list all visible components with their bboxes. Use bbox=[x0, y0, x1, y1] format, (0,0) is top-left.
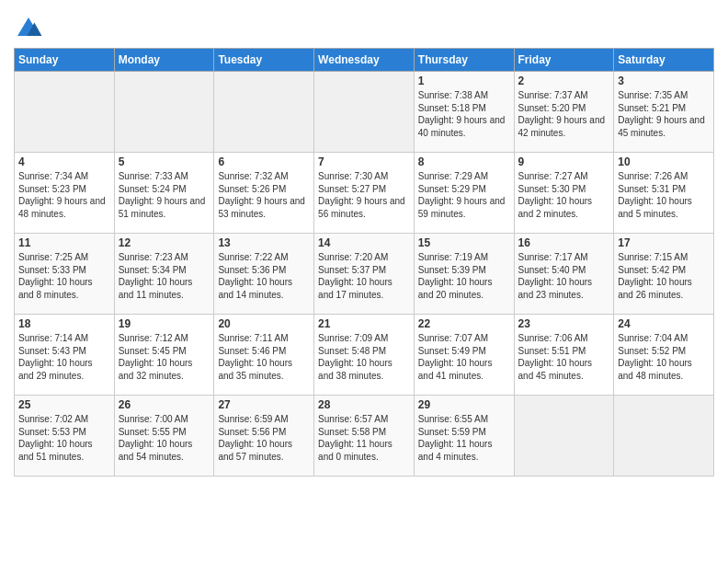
cell-info: Sunrise: 7:22 AM Sunset: 5:36 PM Dayligh… bbox=[218, 251, 310, 301]
calendar-cell: 22Sunrise: 7:07 AM Sunset: 5:49 PM Dayli… bbox=[414, 315, 514, 396]
calendar-cell: 21Sunrise: 7:09 AM Sunset: 5:48 PM Dayli… bbox=[314, 315, 415, 396]
cell-date: 15 bbox=[418, 236, 510, 249]
cell-date: 28 bbox=[318, 398, 410, 411]
calendar-cell: 26Sunrise: 7:00 AM Sunset: 5:55 PM Dayli… bbox=[114, 396, 214, 477]
calendar-cell: 3Sunrise: 7:35 AM Sunset: 5:21 PM Daylig… bbox=[614, 72, 714, 153]
cell-date: 19 bbox=[119, 317, 210, 330]
cell-date: 1 bbox=[418, 75, 510, 87]
cell-info: Sunrise: 7:17 AM Sunset: 5:40 PM Dayligh… bbox=[518, 251, 610, 301]
cell-info: Sunrise: 7:07 AM Sunset: 5:49 PM Dayligh… bbox=[418, 332, 510, 382]
calendar-cell: 6Sunrise: 7:32 AM Sunset: 5:26 PM Daylig… bbox=[214, 153, 314, 234]
cell-info: Sunrise: 7:09 AM Sunset: 5:48 PM Dayligh… bbox=[318, 332, 410, 382]
cell-info: Sunrise: 7:04 AM Sunset: 5:52 PM Dayligh… bbox=[618, 332, 710, 382]
day-header-tuesday: Tuesday bbox=[214, 49, 314, 72]
cell-info: Sunrise: 7:11 AM Sunset: 5:46 PM Dayligh… bbox=[218, 332, 310, 382]
day-header-saturday: Saturday bbox=[614, 49, 714, 72]
calendar-cell: 29Sunrise: 6:55 AM Sunset: 5:59 PM Dayli… bbox=[414, 396, 514, 477]
calendar-cell: 8Sunrise: 7:29 AM Sunset: 5:29 PM Daylig… bbox=[414, 153, 514, 234]
cell-date: 21 bbox=[318, 317, 410, 330]
calendar-cell bbox=[314, 72, 415, 153]
calendar-cell: 14Sunrise: 7:20 AM Sunset: 5:37 PM Dayli… bbox=[314, 234, 415, 315]
cell-date: 26 bbox=[119, 398, 210, 411]
calendar-cell: 18Sunrise: 7:14 AM Sunset: 5:43 PM Dayli… bbox=[15, 315, 115, 396]
calendar-table: SundayMondayTuesdayWednesdayThursdayFrid… bbox=[14, 48, 714, 477]
cell-date: 14 bbox=[318, 236, 410, 249]
cell-date: 4 bbox=[18, 155, 110, 168]
calendar-cell bbox=[15, 72, 115, 153]
cell-info: Sunrise: 7:26 AM Sunset: 5:31 PM Dayligh… bbox=[618, 170, 710, 220]
cell-date: 27 bbox=[218, 398, 310, 411]
week-row-5: 25Sunrise: 7:02 AM Sunset: 5:53 PM Dayli… bbox=[15, 396, 714, 477]
calendar-container: SundayMondayTuesdayWednesdayThursdayFrid… bbox=[0, 0, 728, 481]
cell-info: Sunrise: 7:14 AM Sunset: 5:43 PM Dayligh… bbox=[18, 332, 110, 382]
cell-date: 24 bbox=[618, 317, 710, 330]
cell-date: 10 bbox=[618, 155, 710, 168]
day-header-sunday: Sunday bbox=[15, 49, 115, 72]
cell-info: Sunrise: 7:29 AM Sunset: 5:29 PM Dayligh… bbox=[418, 170, 510, 220]
header-row bbox=[14, 9, 714, 43]
cell-info: Sunrise: 7:34 AM Sunset: 5:23 PM Dayligh… bbox=[18, 170, 110, 220]
cell-date: 8 bbox=[418, 155, 510, 168]
calendar-cell: 12Sunrise: 7:23 AM Sunset: 5:34 PM Dayli… bbox=[114, 234, 214, 315]
cell-info: Sunrise: 7:06 AM Sunset: 5:51 PM Dayligh… bbox=[518, 332, 610, 382]
calendar-cell: 15Sunrise: 7:19 AM Sunset: 5:39 PM Dayli… bbox=[414, 234, 514, 315]
cell-info: Sunrise: 7:02 AM Sunset: 5:53 PM Dayligh… bbox=[18, 413, 110, 463]
calendar-cell: 5Sunrise: 7:33 AM Sunset: 5:24 PM Daylig… bbox=[114, 153, 214, 234]
calendar-cell bbox=[214, 72, 314, 153]
calendar-cell: 7Sunrise: 7:30 AM Sunset: 5:27 PM Daylig… bbox=[314, 153, 415, 234]
cell-info: Sunrise: 7:00 AM Sunset: 5:55 PM Dayligh… bbox=[119, 413, 210, 463]
calendar-cell: 1Sunrise: 7:38 AM Sunset: 5:18 PM Daylig… bbox=[414, 72, 514, 153]
cell-info: Sunrise: 7:37 AM Sunset: 5:20 PM Dayligh… bbox=[518, 89, 610, 139]
calendar-cell: 28Sunrise: 6:57 AM Sunset: 5:58 PM Dayli… bbox=[314, 396, 415, 477]
cell-info: Sunrise: 7:35 AM Sunset: 5:21 PM Dayligh… bbox=[618, 89, 710, 139]
calendar-cell: 11Sunrise: 7:25 AM Sunset: 5:33 PM Dayli… bbox=[15, 234, 115, 315]
cell-info: Sunrise: 7:15 AM Sunset: 5:42 PM Dayligh… bbox=[618, 251, 710, 301]
calendar-cell bbox=[114, 72, 214, 153]
week-row-2: 4Sunrise: 7:34 AM Sunset: 5:23 PM Daylig… bbox=[15, 153, 714, 234]
calendar-cell: 27Sunrise: 6:59 AM Sunset: 5:56 PM Dayli… bbox=[214, 396, 314, 477]
calendar-cell: 9Sunrise: 7:27 AM Sunset: 5:30 PM Daylig… bbox=[514, 153, 614, 234]
cell-date: 25 bbox=[18, 398, 110, 411]
cell-info: Sunrise: 7:23 AM Sunset: 5:34 PM Dayligh… bbox=[119, 251, 210, 301]
cell-date: 2 bbox=[518, 75, 610, 87]
calendar-cell: 25Sunrise: 7:02 AM Sunset: 5:53 PM Dayli… bbox=[15, 396, 115, 477]
calendar-cell: 23Sunrise: 7:06 AM Sunset: 5:51 PM Dayli… bbox=[514, 315, 614, 396]
cell-info: Sunrise: 7:19 AM Sunset: 5:39 PM Dayligh… bbox=[418, 251, 510, 301]
calendar-cell: 10Sunrise: 7:26 AM Sunset: 5:31 PM Dayli… bbox=[614, 153, 714, 234]
logo-icon bbox=[14, 14, 43, 43]
cell-info: Sunrise: 7:20 AM Sunset: 5:37 PM Dayligh… bbox=[318, 251, 410, 301]
day-header-thursday: Thursday bbox=[414, 49, 514, 72]
cell-info: Sunrise: 7:12 AM Sunset: 5:45 PM Dayligh… bbox=[119, 332, 210, 382]
calendar-cell bbox=[514, 396, 614, 477]
week-row-4: 18Sunrise: 7:14 AM Sunset: 5:43 PM Dayli… bbox=[15, 315, 714, 396]
calendar-cell: 17Sunrise: 7:15 AM Sunset: 5:42 PM Dayli… bbox=[614, 234, 714, 315]
week-row-1: 1Sunrise: 7:38 AM Sunset: 5:18 PM Daylig… bbox=[15, 72, 714, 153]
cell-date: 29 bbox=[418, 398, 510, 411]
cell-info: Sunrise: 6:59 AM Sunset: 5:56 PM Dayligh… bbox=[218, 413, 310, 463]
cell-date: 20 bbox=[218, 317, 310, 330]
week-row-3: 11Sunrise: 7:25 AM Sunset: 5:33 PM Dayli… bbox=[15, 234, 714, 315]
cell-date: 5 bbox=[119, 155, 210, 168]
cell-date: 3 bbox=[618, 75, 710, 87]
day-header-friday: Friday bbox=[514, 49, 614, 72]
cell-date: 11 bbox=[18, 236, 110, 249]
cell-info: Sunrise: 7:30 AM Sunset: 5:27 PM Dayligh… bbox=[318, 170, 410, 220]
cell-info: Sunrise: 7:38 AM Sunset: 5:18 PM Dayligh… bbox=[418, 89, 510, 139]
cell-date: 16 bbox=[518, 236, 610, 249]
calendar-cell: 24Sunrise: 7:04 AM Sunset: 5:52 PM Dayli… bbox=[614, 315, 714, 396]
calendar-cell: 20Sunrise: 7:11 AM Sunset: 5:46 PM Dayli… bbox=[214, 315, 314, 396]
cell-date: 23 bbox=[518, 317, 610, 330]
cell-info: Sunrise: 6:55 AM Sunset: 5:59 PM Dayligh… bbox=[418, 413, 510, 463]
calendar-cell: 16Sunrise: 7:17 AM Sunset: 5:40 PM Dayli… bbox=[514, 234, 614, 315]
calendar-cell: 4Sunrise: 7:34 AM Sunset: 5:23 PM Daylig… bbox=[15, 153, 115, 234]
cell-date: 22 bbox=[418, 317, 510, 330]
calendar-cell: 19Sunrise: 7:12 AM Sunset: 5:45 PM Dayli… bbox=[114, 315, 214, 396]
logo bbox=[14, 14, 45, 43]
cell-info: Sunrise: 7:33 AM Sunset: 5:24 PM Dayligh… bbox=[119, 170, 210, 220]
cell-date: 9 bbox=[518, 155, 610, 168]
calendar-cell: 2Sunrise: 7:37 AM Sunset: 5:20 PM Daylig… bbox=[514, 72, 614, 153]
cell-date: 13 bbox=[218, 236, 310, 249]
cell-info: Sunrise: 7:32 AM Sunset: 5:26 PM Dayligh… bbox=[218, 170, 310, 220]
cell-date: 6 bbox=[218, 155, 310, 168]
calendar-cell bbox=[614, 396, 714, 477]
